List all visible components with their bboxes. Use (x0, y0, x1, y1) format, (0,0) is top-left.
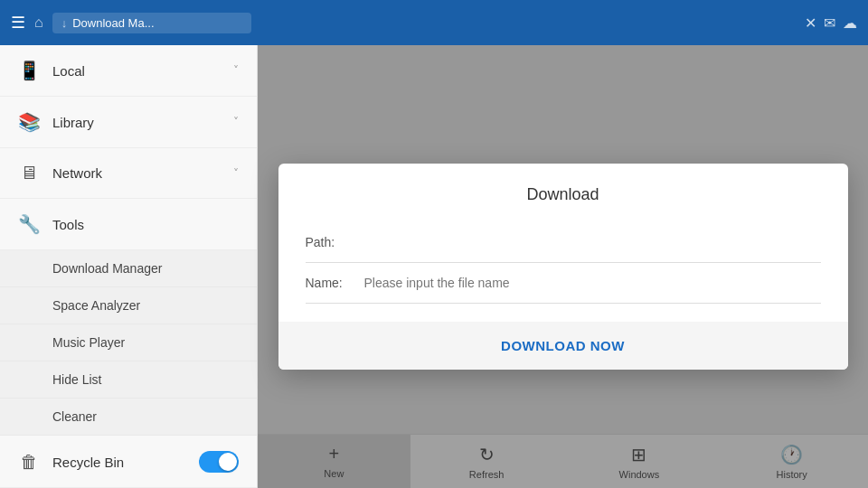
library-icon: 📚 (18, 111, 40, 133)
sidebar-label-tools: Tools (52, 217, 239, 232)
menu-icon[interactable]: ☰ (11, 13, 25, 33)
sidebar-sub-item-music-player[interactable]: Music Player (0, 324, 257, 361)
sidebar-sub-item-cleaner[interactable]: Cleaner (0, 399, 257, 436)
main-area: 📱 Local ˅ 📚 Library ˅ 🖥 Network ˅ 🔧 Tool… (0, 45, 868, 488)
header-actions: ✕ ✉ ☁ (805, 14, 857, 32)
sidebar-label-network: Network (52, 165, 221, 181)
sidebar-sub-item-download-manager[interactable]: Download Manager (0, 250, 257, 287)
sidebar-label-recycle-bin: Recycle Bin (52, 455, 186, 470)
close-icon[interactable]: ✕ (805, 14, 816, 32)
header-bar: ☰ ⌂ ↓ Download Ma... ✕ ✉ ☁ (0, 0, 868, 45)
recycle-bin-icon: 🗑 (18, 452, 40, 473)
chevron-icon-local: ˅ (233, 64, 239, 77)
sidebar-item-recycle-bin[interactable]: 🗑 Recycle Bin (0, 436, 257, 488)
home-icon[interactable]: ⌂ (34, 14, 43, 31)
modal-name-field: Name: (306, 263, 821, 304)
modal-title: Download (278, 164, 848, 222)
breadcrumb-arrow-icon: ↓ (61, 16, 68, 30)
sidebar: 📱 Local ˅ 📚 Library ˅ 🖥 Network ˅ 🔧 Tool… (0, 45, 258, 488)
path-input[interactable] (364, 231, 821, 253)
modal-path-field: Path: (306, 222, 821, 263)
recycle-bin-toggle-container (199, 451, 239, 473)
name-input[interactable] (364, 272, 821, 294)
cloud-icon[interactable]: ☁ (843, 14, 857, 32)
sidebar-sub-item-space-analyzer[interactable]: Space Analyzer (0, 287, 257, 324)
sidebar-label-local: Local (52, 63, 221, 79)
name-label: Name: (306, 276, 355, 290)
toggle-knob (219, 453, 237, 471)
sidebar-sub-item-hide-list[interactable]: Hide List (0, 361, 257, 399)
sidebar-item-network[interactable]: 🖥 Network ˅ (0, 148, 257, 199)
breadcrumb-text: Download Ma... (72, 16, 154, 30)
sidebar-sub-items: Download Manager Space Analyzer Music Pl… (0, 250, 257, 436)
modal-body: Path: Name: (278, 222, 848, 304)
local-icon: 📱 (18, 60, 40, 81)
sidebar-item-local[interactable]: 📱 Local ˅ (0, 45, 257, 97)
chevron-icon-network: ˅ (233, 167, 239, 180)
modal-footer: DOWNLOAD NOW (278, 322, 848, 370)
sidebar-item-tools[interactable]: 🔧 Tools (0, 199, 257, 250)
recycle-bin-toggle[interactable] (199, 451, 239, 473)
mail-icon[interactable]: ✉ (824, 14, 835, 32)
content-area: Download Path: Name: DOWNLOAD NOW (258, 45, 868, 488)
network-icon: 🖥 (18, 163, 40, 183)
download-now-button[interactable]: DOWNLOAD NOW (501, 338, 625, 353)
modal-overlay: Download Path: Name: DOWNLOAD NOW (258, 45, 868, 488)
download-modal: Download Path: Name: DOWNLOAD NOW (278, 164, 848, 370)
path-label: Path: (306, 235, 355, 249)
sidebar-item-library[interactable]: 📚 Library ˅ (0, 97, 257, 148)
sidebar-label-library: Library (52, 115, 221, 130)
tools-icon: 🔧 (18, 213, 40, 235)
app-container: ☰ ⌂ ↓ Download Ma... ✕ ✉ ☁ 📱 Local ˅ 📚 L… (0, 0, 868, 488)
breadcrumb[interactable]: ↓ Download Ma... (52, 13, 251, 33)
chevron-icon-library: ˅ (233, 116, 239, 128)
